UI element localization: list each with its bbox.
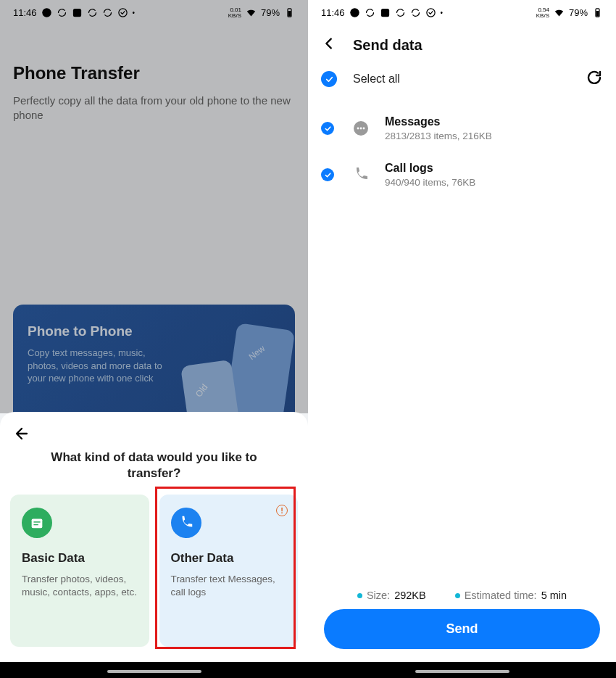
basic-data-icon [22,508,52,538]
screen-send-data: 11:46 • 0.54KB/S 79% Send data [308,0,616,678]
svg-rect-4 [288,11,291,17]
svg-point-16 [363,128,365,130]
page-title: Send data [353,37,423,54]
svg-rect-9 [380,9,388,17]
calllogs-checkbox[interactable] [321,168,334,181]
eta-label: Estimated time: [465,590,537,601]
status-time: 11:46 [13,7,37,18]
svg-point-0 [42,8,51,17]
status-app-icon-1 [41,7,52,18]
status-sync-icon-1 [365,7,375,18]
status-time: 11:46 [321,7,345,18]
transfer-type-sheet: What kind of data would you like to tran… [0,412,308,662]
status-sync-icon-3 [102,7,113,18]
status-sync-icon-2 [87,7,98,18]
other-data-title: Other Data [171,551,287,566]
svg-point-14 [357,128,359,130]
p2p-subtitle: Copy text messages, music, photos, video… [28,347,172,385]
phone-icon [351,165,370,184]
battery-icon [284,7,295,18]
basic-data-sub: Transfer photos, videos, music, contacts… [22,573,138,599]
status-dot-icon: • [441,9,444,17]
page-subtitle: Perfectly copy all the data from your ol… [13,94,295,123]
select-all-checkbox[interactable] [321,71,337,87]
status-bar: 11:46 • 0.54KB/S 79% [308,0,616,25]
alert-icon: ! [276,505,288,516]
svg-point-10 [426,9,434,17]
sheet-title: What kind of data would you like to tran… [10,450,298,481]
status-app-icon-1 [349,7,360,18]
status-battery-pct: 79% [261,7,280,18]
size-value: 292KB [394,590,426,601]
basic-data-card[interactable]: Basic Data Transfer photos, videos, musi… [10,495,149,647]
android-navbar[interactable] [0,662,308,678]
svg-point-15 [360,128,362,130]
size-label: Size: [367,590,390,601]
eta-value: 5 min [541,590,567,601]
other-data-sub: Transfer text Messages, call logs [171,573,287,599]
status-netspeed: 0.54KB/S [536,7,549,19]
refresh-button[interactable] [586,69,603,89]
status-app-icon-2 [72,7,83,18]
select-all-label: Select all [353,73,400,86]
other-data-card[interactable]: ! Other Data Transfer text Messages, cal… [159,495,299,647]
status-dot-icon: • [133,9,136,17]
calllogs-sub: 940/940 items, 76KB [385,177,475,188]
svg-rect-6 [33,521,40,522]
calllogs-title: Call logs [385,162,475,175]
status-sync-icon-1 [57,7,67,18]
page-title: Phone Transfer [13,63,295,83]
item-messages[interactable]: Messages 2813/2813 items, 216KB [308,105,616,152]
android-navbar[interactable] [308,662,616,678]
status-app-icon-2 [380,7,391,18]
wifi-icon [554,7,565,18]
send-button[interactable]: Send [324,609,600,649]
send-button-label: Send [446,621,478,637]
svg-point-8 [350,8,359,17]
status-battery-pct: 79% [569,7,588,18]
svg-rect-5 [32,519,43,529]
status-sync-icon-3 [410,7,421,18]
messages-icon [351,119,370,138]
messages-sub: 2813/2813 items, 216KB [385,131,492,141]
status-netspeed: 0.01KB/S [228,7,241,19]
status-sync-icon-2 [395,7,406,18]
status-check-icon [425,7,436,18]
wifi-icon [246,7,257,18]
messages-checkbox[interactable] [321,122,334,135]
svg-rect-7 [33,524,38,525]
back-button[interactable] [13,425,30,445]
status-check-icon [117,7,128,18]
battery-icon [592,7,603,18]
screen-phone-transfer: 11:46 • 0.01KB/S 79% Phone Transfer Perf… [0,0,308,678]
footer-info: Size: 292KB Estimated time: 5 min [308,590,616,601]
messages-title: Messages [385,115,492,128]
svg-rect-12 [596,11,599,17]
status-bar: 11:46 • 0.01KB/S 79% [0,0,308,25]
svg-rect-1 [72,9,80,17]
back-button[interactable] [321,36,337,54]
basic-data-title: Basic Data [22,551,138,566]
other-data-icon [171,508,201,538]
item-call-logs[interactable]: Call logs 940/940 items, 76KB [308,152,616,198]
svg-point-2 [118,9,126,17]
